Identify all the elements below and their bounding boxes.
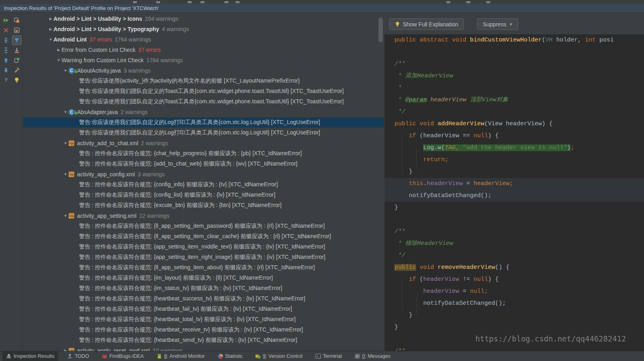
warning-item[interactable]: 警告 : 控件命名应该符合规范: {ll_app_setting_item_ab… — [23, 262, 384, 273]
warning-item[interactable]: 警告 : 控件命名应该符合规范: {add_to_chat_web} 前缀应该为… — [23, 159, 384, 169]
tree-node[interactable]: ▼CAboutActivity.java3 warnings — [23, 65, 384, 76]
chevron-collapsed-icon[interactable]: ▶ — [48, 17, 54, 21]
chevron-collapsed-icon[interactable]: ▶ — [56, 48, 61, 52]
group-by-directory-button[interactable] — [12, 26, 22, 35]
warning-item[interactable]: 警告 : 控件命名应该符合规范: {im_status_tv} 前缀应该为 : … — [23, 283, 384, 294]
close-button[interactable] — [1, 26, 11, 35]
tree-node-text: 警告 : 控件命名应该符合规范: {im_status_tv} 前缀应该为 : … — [79, 285, 282, 292]
code-editor[interactable]: public abstract void bindCustomViewHolde… — [384, 34, 644, 351]
rerun-inspection-button[interactable] — [1, 16, 11, 25]
code-preview-pane[interactable]: Show Full Explanation Suppress ▼ public … — [384, 13, 644, 351]
help-button[interactable]: ? — [1, 75, 11, 85]
export-button[interactable] — [12, 45, 22, 55]
next-problem-button[interactable] — [1, 65, 11, 75]
inspection-results-window: Inspection Results of 'Project Default' … — [0, 0, 644, 361]
inspection-icon — [6, 353, 12, 359]
warning-item[interactable]: 警告 : 控件命名应该符合规范: {chat_help_progress} 前缀… — [23, 148, 384, 159]
chevron-expanded-icon[interactable]: ▼ — [63, 110, 68, 114]
warning-item[interactable]: 警告:你应该使用我们团队自定义的Log打印工具类工具类{com.xtc.log.… — [23, 128, 384, 138]
tree-node[interactable]: ▶Error from Custom Lint Check37 errors — [23, 45, 384, 55]
warning-item[interactable]: 警告:你应该使用我们团队自定义的Toast工具类{com.xtc.widget.… — [23, 97, 384, 107]
messages-icon — [355, 353, 360, 359]
tree-node-text: 警告 : 控件命名应该符合规范: {heartbeat_success_tv} … — [79, 295, 305, 302]
tree-node-text: Android > Lint > Usability > Typography — [54, 26, 159, 32]
code-line: } — [384, 322, 644, 333]
warning-item[interactable]: 警告 : 控件命名应该符合规范: {config_list} 前缀应该为 : {… — [23, 190, 384, 200]
expand-all-button[interactable] — [1, 36, 11, 45]
warning-item[interactable]: 警告 : 控件命名应该符合规范: {heartbeat_fail_tv} 前缀应… — [23, 304, 384, 314]
tree-node-text: Warning from Custom Lint Check — [61, 57, 144, 63]
warning-item[interactable]: 警告 : 控件命名应该符合规范: {ll_app_setting_item_pa… — [23, 221, 384, 231]
chevron-expanded-icon[interactable]: ▼ — [48, 37, 54, 41]
statusbar-item-statistic[interactable]: Statistic — [214, 351, 246, 361]
status-bar: Inspection ResultsTODOFindBugs-IDEA6: An… — [0, 351, 644, 361]
tree-node[interactable]: ▼Android Lint37 errors1764 warnings — [23, 34, 384, 45]
tree-node[interactable]: ▼Warning from Custom Lint Check1764 warn… — [23, 55, 384, 65]
chevron-expanded-icon[interactable]: ▼ — [56, 58, 61, 62]
statusbar-item-label: 6: Android Monitor — [164, 353, 204, 359]
warning-item[interactable]: 警告 : 控件命名应该符合规范: {app_setting_item_middl… — [23, 242, 384, 252]
lightbulb-button[interactable] — [12, 75, 22, 85]
tree-node-text: 37 errors — [89, 36, 112, 43]
tree-scrollbar-thumb[interactable] — [378, 18, 383, 42]
warning-item[interactable]: 警告:你应该使用我们团队自定义的Log打印工具类工具类{com.xtc.log.… — [23, 117, 384, 128]
statusbar-item-todo[interactable]: TODO — [63, 351, 93, 361]
warning-item[interactable]: 警告 : 控件命名应该符合规范: {excute_btn} 前缀应该为 : {b… — [23, 200, 384, 211]
statusbar-item-label: 0: Messages — [362, 353, 390, 359]
tool-window-title: Inspection Results of 'Project Default' … — [0, 4, 644, 13]
clipped-icon — [466, 1, 470, 3]
warning-item[interactable]: 警告 : 控件命名应该符合规范: {heartbeat_total_tv} 前缀… — [23, 314, 384, 325]
warning-item[interactable]: 警告:你应该使用我们团队自定义的Toast工具类{com.xtc.widget.… — [23, 86, 384, 97]
code-line: * 添加HeaderView — [384, 70, 644, 82]
statusbar-item-messages[interactable]: 0: Messages — [351, 351, 394, 361]
chevron-expanded-icon[interactable]: ▼ — [63, 141, 68, 145]
warning-item[interactable]: 警告 : 控件命名应该符合规范: {config_info} 前缀应该为 : {… — [23, 180, 384, 190]
suppress-button[interactable]: Suppress ▼ — [477, 18, 518, 30]
tree-node[interactable]: ▼<>activity_app_config.xml3 warnings — [23, 169, 384, 180]
warning-item[interactable]: 警告:你应该使用{activity_}作为activity的布局文件名的前缀 [… — [23, 76, 384, 86]
svg-text:?: ? — [4, 77, 8, 83]
statistic-icon — [218, 353, 223, 359]
statusbar-item-inspection[interactable]: Inspection Results — [2, 351, 58, 361]
collapse-all-button[interactable] — [1, 45, 11, 55]
show-full-explanation-button[interactable]: Show Full Explanation — [389, 18, 464, 30]
inspection-results-tree[interactable]: ▶Android > Lint > Usability > Icons204 w… — [23, 13, 384, 351]
warning-item[interactable]: 警告 : 控件命名应该符合规范: {heartbeat_success_tv} … — [23, 294, 384, 304]
tree-node[interactable]: ▶Android > Lint > Usability > Typography… — [23, 24, 384, 34]
warning-item[interactable]: 警告 : 控件命名应该符合规范: {im_layout} 前缀应该为 : {ll… — [23, 273, 384, 283]
filter-button[interactable] — [12, 36, 22, 45]
chevron-expanded-icon[interactable]: ▼ — [63, 69, 68, 73]
chevron-collapsed-icon[interactable]: ▶ — [48, 27, 54, 31]
statusbar-item-android[interactable]: 6: Android Monitor — [153, 351, 208, 361]
warning-item[interactable]: 警告 : 控件命名应该符合规范: {ll_app_setting_item_cl… — [23, 231, 384, 242]
statusbar-item-vcs[interactable]: 9: Version Control — [252, 351, 306, 361]
statusbar-item-terminal[interactable]: >_Terminal — [312, 351, 345, 361]
previous-problem-button[interactable] — [1, 55, 11, 65]
code-line: /** — [384, 58, 644, 70]
warning-item[interactable]: 警告 : 控件命名应该符合规范: {app_setting_item_right… — [23, 252, 384, 262]
android-icon — [157, 353, 162, 359]
tree-node[interactable]: ▶<>activity_apply_reset_pwd.xml10 warnin… — [23, 345, 384, 351]
chevron-expanded-icon[interactable]: ▼ — [63, 172, 68, 176]
tree-node[interactable]: ▼CAbsAdapter.java2 warnings — [23, 107, 384, 117]
tree-node[interactable]: ▼<>activity_add_to_chat.xml2 warnings — [23, 138, 384, 148]
warning-item[interactable]: 警告 : 控件命名应该符合规范: {heartbeat_receive_tv} … — [23, 325, 384, 335]
code-line: * @param headerView 顶部View对象 — [384, 94, 644, 106]
clipped-icon — [236, 1, 240, 3]
tree-node-text: 警告 : 控件命名应该符合规范: {excute_btn} 前缀应该为 : {b… — [79, 202, 281, 209]
chevron-expanded-icon[interactable]: ▼ — [63, 214, 68, 218]
settings-icon — [14, 67, 20, 73]
settings-button[interactable] — [12, 65, 22, 75]
open-in-editor-button[interactable] — [12, 55, 22, 65]
tree-node[interactable]: ▶Android > Lint > Usability > Icons204 w… — [23, 14, 384, 24]
show-full-explanation-label: Show Full Explanation — [403, 21, 458, 28]
tree-node-text: activity_app_config.xml — [77, 171, 135, 178]
group-by-severity-button[interactable] — [12, 16, 22, 25]
warning-item[interactable]: 警告 : 控件命名应该符合规范: {heartbeat_send_tv} 前缀应… — [23, 335, 384, 345]
statusbar-item-label: TODO — [75, 353, 89, 359]
statusbar-item-label: Statistic — [225, 353, 243, 359]
code-line: * — [384, 82, 644, 94]
tree-node[interactable]: ▼<>activity_app_setting.xml12 warnings — [23, 211, 384, 221]
code-line: public void removeHeaderView() { — [384, 262, 644, 274]
statusbar-item-findbugs[interactable]: FindBugs-IDEA — [98, 351, 147, 361]
